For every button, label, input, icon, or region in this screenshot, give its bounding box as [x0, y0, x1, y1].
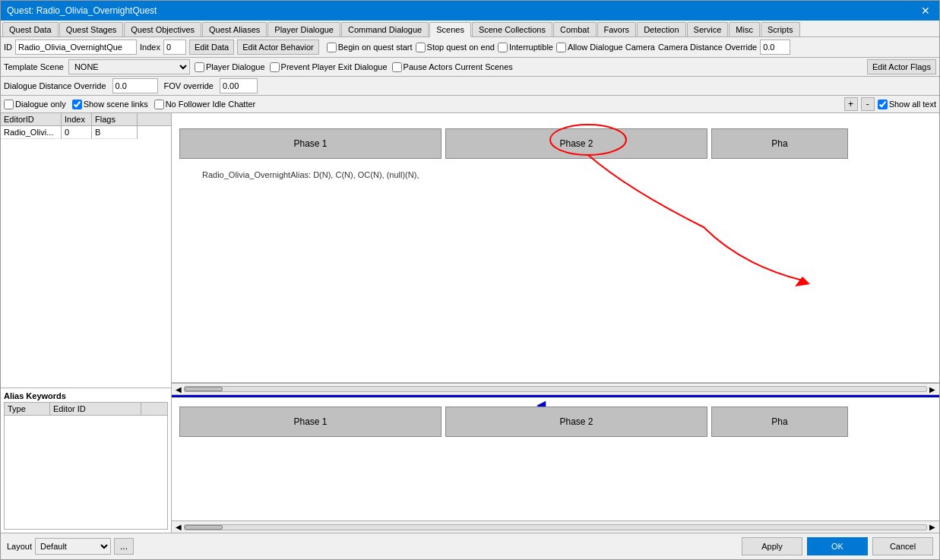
tab-scene-collections[interactable]: Scene Collections	[472, 22, 552, 36]
index-label: Index	[140, 43, 160, 52]
layout-dots-button[interactable]: ...	[114, 538, 134, 555]
edit-actor-flags-button[interactable]: Edit Actor Flags	[867, 59, 936, 74]
fov-override-input[interactable]	[220, 78, 258, 93]
prevent-player-exit-dialogue-checkbox[interactable]: Prevent Player Exit Dialogue	[270, 62, 388, 72]
fov-override-label: FOV override	[164, 81, 214, 90]
phase-header-row-bottom: Phase 1 Phase 2 Pha	[179, 407, 848, 437]
index-cell: 0	[62, 126, 92, 139]
flags-cell: B	[92, 126, 138, 139]
layout-label: Layout	[7, 542, 32, 551]
tab-scenes[interactable]: Scenes	[429, 22, 471, 37]
add-button[interactable]: +	[844, 97, 858, 111]
tab-misc[interactable]: Misc	[729, 22, 760, 36]
tab-player-dialogue[interactable]: Player Dialogue	[267, 22, 340, 36]
tab-service[interactable]: Service	[687, 22, 729, 36]
bottom-scrollbar[interactable]: ◀ ▶	[172, 520, 939, 533]
edit-data-button[interactable]: Edit Data	[189, 40, 234, 55]
toolbar-row1: ID Index Edit Data Edit Actor Behavior B…	[1, 37, 939, 58]
tab-detection[interactable]: Detection	[637, 22, 685, 36]
close-button[interactable]: ✕	[918, 5, 933, 17]
apply-button[interactable]: Apply	[742, 537, 802, 555]
type-column-header: Type	[5, 403, 50, 415]
layout-select[interactable]: Default Option 1 Option 2	[35, 538, 111, 555]
tab-quest-data[interactable]: Quest Data	[2, 22, 59, 36]
template-scene-select[interactable]: NONE	[68, 59, 190, 74]
show-scene-links-checkbox[interactable]: Show scene links	[72, 100, 148, 109]
lower-scene-canvas[interactable]: ◀ Phase 1 Phase 2 Pha	[172, 395, 939, 520]
tab-command-dialogue[interactable]: Command Dialogue	[341, 22, 429, 36]
editor-id-column-header: Editor ID	[50, 403, 141, 415]
show-all-text-checkbox[interactable]: Show all text	[878, 100, 936, 109]
id-input[interactable]	[15, 40, 137, 55]
editorid-column-header: EditorID	[1, 113, 62, 125]
phase-2-top[interactable]: Phase 2	[445, 128, 707, 159]
scrollbar-thumb-top[interactable]	[185, 387, 223, 391]
tab-quest-aliases[interactable]: Quest Aliases	[202, 22, 267, 36]
alias-info-text: Radio_Olivia_OvernightAlias: D(N), C(N),…	[202, 170, 419, 179]
tab-combat[interactable]: Combat	[553, 22, 597, 36]
editorid-cell: Radio_Olivi...	[1, 126, 62, 139]
alias-keywords-title: Alias Keywords	[4, 391, 168, 400]
scrollbar-track	[184, 386, 927, 392]
template-scene-label: Template Scene	[4, 62, 64, 71]
edit-actor-behavior-button[interactable]: Edit Actor Behavior	[237, 40, 319, 55]
lower-inner: ◀ Phase 1 Phase 2 Pha	[172, 395, 939, 520]
dialogue-only-checkbox[interactable]: Dialogue only	[4, 100, 66, 109]
flags-column-header: Flags	[92, 113, 138, 125]
top-scene-canvas[interactable]: Phase 1 Phase 2 Pha Radio_Olivia_Overnig…	[172, 113, 939, 383]
main-window: Quest: Radio_Olivia_OvernightQuest ✕ Que…	[0, 0, 940, 560]
cancel-button[interactable]: Cancel	[872, 537, 933, 555]
left-table-row[interactable]: Radio_Olivi... 0 B	[1, 126, 171, 139]
scrollbar-left-arrow-bottom[interactable]: ◀	[173, 523, 184, 531]
dialogue-distance-override-input[interactable]	[112, 78, 158, 93]
index-column-header: Index	[62, 113, 92, 125]
phase-3-bottom[interactable]: Pha	[711, 407, 848, 437]
begin-on-quest-start-checkbox[interactable]: Begin on quest start	[327, 43, 413, 52]
alias-table-body	[4, 416, 168, 530]
left-panel: EditorID Index Flags Radio_Olivi... 0 B …	[1, 113, 172, 533]
tab-quest-stages[interactable]: Quest Stages	[59, 22, 124, 36]
ok-button[interactable]: OK	[807, 537, 868, 555]
tab-quest-objectives[interactable]: Quest Objectives	[124, 22, 201, 36]
camera-distance-override-label: Camera Distance Override	[658, 43, 757, 52]
stop-quest-on-end-checkbox[interactable]: Stop quest on end	[416, 43, 495, 52]
phase-1-bottom[interactable]: Phase 1	[179, 407, 442, 437]
scrollbar-left-arrow[interactable]: ◀	[173, 385, 184, 394]
phase-1-top[interactable]: Phase 1	[179, 128, 442, 159]
scrollbar-right-arrow-bottom[interactable]: ▶	[927, 523, 938, 531]
scrollbar-track-bottom	[184, 524, 927, 530]
no-follower-idle-chatter-checkbox[interactable]: No Follower Idle Chatter	[154, 100, 256, 109]
alias-table-header: Type Editor ID	[4, 402, 168, 416]
top-scrollbar[interactable]: ◀ ▶	[172, 383, 939, 395]
title-bar: Quest: Radio_Olivia_OvernightQuest ✕	[1, 1, 939, 21]
alias-section: Alias Keywords Type Editor ID	[1, 388, 171, 533]
pause-actors-current-scenes-checkbox[interactable]: Pause Actors Current Scenes	[392, 62, 513, 72]
right-panel: Phase 1 Phase 2 Pha Radio_Olivia_Overnig…	[172, 113, 939, 533]
scrollbar-right-arrow[interactable]: ▶	[927, 385, 938, 394]
tab-bar: Quest Data Quest Stages Quest Objectives…	[1, 21, 939, 37]
interruptible-checkbox[interactable]: Interruptible	[498, 43, 553, 52]
phase-3-top[interactable]: Pha	[711, 128, 848, 159]
camera-distance-override-input[interactable]	[760, 40, 790, 55]
scrollbar-thumb-bottom[interactable]	[185, 525, 223, 530]
main-area: EditorID Index Flags Radio_Olivi... 0 B …	[1, 113, 939, 533]
window-title: Quest: Radio_Olivia_OvernightQuest	[7, 5, 157, 16]
dialogue-distance-override-label: Dialogue Distance Override	[4, 81, 106, 90]
bottom-bar: Layout Default Option 1 Option 2 ... App…	[1, 533, 939, 559]
allow-dialogue-camera-checkbox[interactable]: Allow Dialogue Camera	[556, 43, 655, 52]
player-dialogue-checkbox[interactable]: Player Dialogue	[195, 62, 265, 72]
id-label: ID	[4, 43, 12, 52]
index-input[interactable]	[163, 40, 186, 55]
scene-inner-top: Phase 1 Phase 2 Pha Radio_Olivia_Overnig…	[172, 113, 939, 383]
phase-header-row-top: Phase 1 Phase 2 Pha	[179, 128, 848, 159]
svg-marker-1	[795, 277, 810, 286]
layout-section: Layout Default Option 1 Option 2 ...	[7, 538, 134, 555]
tab-scripts[interactable]: Scripts	[761, 22, 800, 36]
left-table-header: EditorID Index Flags	[1, 113, 171, 126]
remove-button[interactable]: -	[861, 97, 875, 111]
tab-favors[interactable]: Favors	[597, 22, 637, 36]
phase-2-bottom[interactable]: Phase 2	[445, 407, 707, 437]
blue-timeline-line	[172, 395, 939, 397]
